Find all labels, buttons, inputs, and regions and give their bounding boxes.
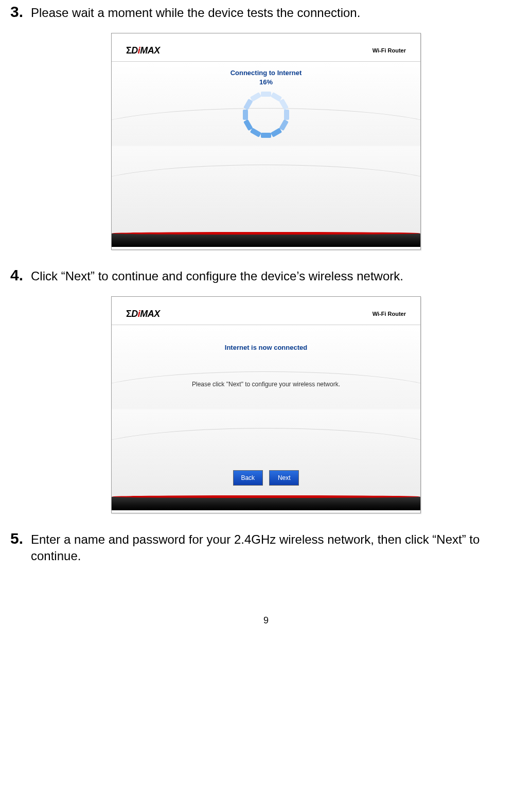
edimax-logo: ΣDiMAX — [126, 309, 160, 319]
screenshot-body: Internet is now connected Please click "… — [112, 325, 420, 510]
loading-spinner-icon — [243, 92, 289, 138]
screenshot-footer-bar — [112, 497, 420, 510]
step-text: Enter a name and password for your 2.4GH… — [31, 531, 522, 563]
mode-label: Wi-Fi Router — [373, 47, 406, 53]
screenshot-header: ΣDiMAX Wi-Fi Router — [112, 297, 420, 325]
screenshot-connected: ΣDiMAX Wi-Fi Router Internet is now conn… — [111, 296, 421, 513]
decoration-wave — [111, 165, 421, 217]
step-text: Click “Next” to continue and configure t… — [31, 268, 403, 284]
mode-label: Wi-Fi Router — [373, 311, 406, 317]
page-number: 9 — [10, 615, 522, 626]
status-title: Internet is now connected — [112, 344, 420, 351]
step-3: 3. Please wait a moment while the device… — [10, 3, 522, 21]
screenshot-footer-bar — [112, 234, 420, 247]
step-4: 4. Click “Next” to continue and configur… — [10, 266, 522, 284]
decoration-wave — [111, 371, 421, 423]
edimax-logo: ΣDiMAX — [126, 45, 160, 56]
connecting-title: Connecting to Internet — [112, 69, 420, 77]
progress-percent: 16% — [112, 78, 420, 86]
screenshot-connecting: ΣDiMAX Wi-Fi Router Connecting to Intern… — [111, 33, 421, 250]
button-row: Back Next — [112, 470, 420, 486]
step-5: 5. Enter a name and password for your 2.… — [10, 530, 522, 563]
step-number: 3. — [10, 3, 25, 21]
sub-message: Please click "Next" to configure your wi… — [112, 381, 420, 388]
screenshot-body: Connecting to Internet 16% — [112, 62, 420, 247]
step-number: 5. — [10, 530, 25, 547]
screenshot-header: ΣDiMAX Wi-Fi Router — [112, 33, 420, 62]
step-number: 4. — [10, 266, 25, 284]
step-text: Please wait a moment while the device te… — [31, 5, 360, 21]
next-button[interactable]: Next — [269, 470, 299, 486]
back-button[interactable]: Back — [233, 470, 263, 486]
